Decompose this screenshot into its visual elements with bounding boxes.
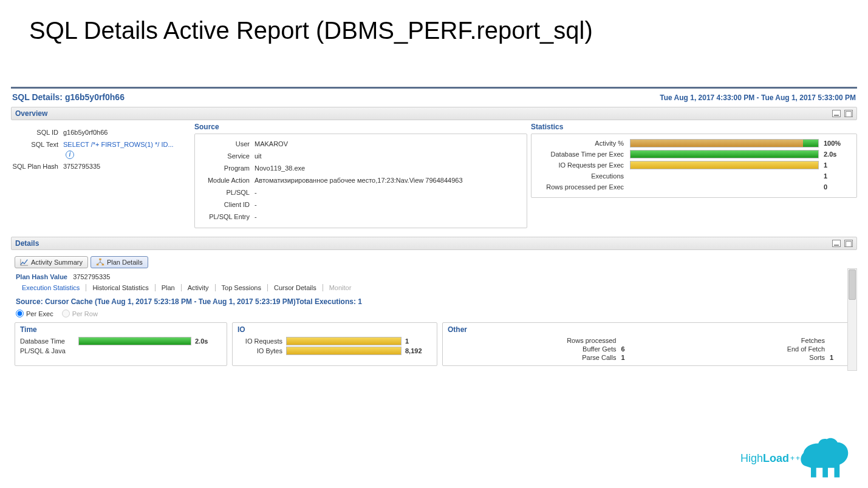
clientid-label: Client ID	[200, 200, 255, 209]
plan-hash-value-label: Plan Hash Value	[16, 273, 67, 280]
stat-rows: Rows processed per Exec 0	[536, 181, 848, 192]
radio-per-exec-label: Per Exec	[26, 310, 53, 317]
stat-dbtime: Database Time per Exec 2.0s	[536, 149, 848, 160]
plan-hash-label: SQL Plan Hash	[11, 161, 63, 171]
tree-icon	[96, 258, 104, 266]
sql-id-value: g16b5y0rf0h66	[63, 127, 186, 137]
minimize-icon[interactable]	[832, 110, 841, 117]
metric-io-bytes: IO Bytes 8,192	[238, 346, 432, 356]
details-section-bar: Details	[11, 237, 857, 250]
other-sorts-val: 1	[830, 354, 848, 361]
stat-io-label: IO Requests per Exec	[536, 161, 630, 169]
stats-panel: Activity % 100% Database Time per Exec 2…	[531, 134, 857, 198]
other-fetches-val	[830, 337, 848, 344]
program-link[interactable]: Novo119_38.exe	[255, 163, 522, 173]
subtab-plan[interactable]: Plan	[155, 284, 182, 291]
chart-line-icon	[20, 258, 29, 266]
stat-activity-label: Activity %	[536, 140, 630, 147]
radio-per-row-label: Per Row	[72, 310, 98, 317]
metric-io-req-val: 1	[405, 337, 432, 345]
svg-rect-2	[99, 259, 101, 260]
stat-exec-val: 1	[824, 172, 848, 180]
metric-io-req-bar	[286, 337, 402, 345]
metric-io-bytes-val: 8,192	[405, 347, 432, 354]
tab-plan-details[interactable]: Plan Details	[91, 256, 148, 268]
scrollbar-vertical[interactable]	[847, 268, 857, 371]
radio-per-exec[interactable]: Per Exec	[16, 310, 53, 317]
tab-plan-details-label: Plan Details	[107, 259, 143, 266]
subtab-cursor-details[interactable]: Cursor Details	[268, 284, 323, 291]
report-title: SQL Details: g16b5y0rf0h66	[12, 92, 125, 102]
module-label: Module Action	[200, 175, 255, 185]
sql-id-label: SQL ID	[11, 127, 63, 137]
plsql-entry-label: PL/SQL Entry	[200, 212, 255, 222]
overview-title: Overview	[15, 109, 47, 118]
details-title: Details	[15, 239, 39, 248]
other-rows-label: Rows processed	[448, 337, 621, 344]
metrics-time-title: Time	[20, 325, 222, 334]
metric-dbtime-bar	[78, 337, 191, 345]
module-link[interactable]: Автоматизирированное рабочее место,17:23…	[255, 175, 522, 185]
metric-plsql-java: PL/SQL & Java	[20, 346, 222, 356]
app-container: SQL Details: g16b5y0rf0h66 Tue Aug 1, 20…	[11, 87, 857, 371]
sql-text-row: SQL Text SELECT /*+ FIRST_ROWS(1) */ ID.…	[11, 138, 186, 160]
service-label: Service	[200, 151, 255, 161]
radio-per-row: Per Row	[62, 310, 98, 317]
source-panel: UserMAKAROV Serviceuit ProgramNovo119_38…	[194, 134, 527, 228]
maximize-icon[interactable]	[844, 240, 853, 247]
overview-stats-col: Statistics Activity % 100% Database Time…	[531, 123, 857, 228]
clientid-value: -	[255, 200, 522, 209]
report-title-prefix: SQL Details:	[12, 92, 65, 102]
other-buffer-val: 6	[621, 345, 640, 353]
scrollbar-thumb[interactable]	[849, 269, 856, 300]
other-eof-val	[830, 345, 848, 353]
user-link[interactable]: MAKAROV	[255, 139, 522, 149]
report-header: SQL Details: g16b5y0rf0h66 Tue Aug 1, 20…	[11, 89, 857, 104]
maximize-icon[interactable]	[844, 110, 853, 117]
sql-text-label: SQL Text	[11, 140, 63, 159]
details-body: Activity Summary Plan Details Plan Hash …	[11, 250, 857, 371]
io-bar	[630, 161, 819, 169]
subtab-exec-stats[interactable]: Execution Statistics	[16, 284, 86, 291]
metrics-other-title: Other	[448, 325, 848, 334]
stats-panel-title: Statistics	[531, 123, 857, 131]
stat-rows-label: Rows processed per Exec	[536, 183, 630, 191]
metric-io-bytes-label: IO Bytes	[238, 347, 286, 354]
overview-body: SQL ID g16b5y0rf0h66 SQL Text SELECT /*+…	[11, 120, 857, 234]
slide-title: SQL Details Active Report (DBMS_PERF.rep…	[0, 0, 868, 50]
minimize-icon[interactable]	[832, 240, 841, 247]
metrics-other: Other Rows processed Buffer Gets6 Parse …	[442, 322, 853, 366]
subtab-historical[interactable]: Historical Statistics	[86, 284, 155, 291]
stat-rows-val: 0	[824, 183, 848, 191]
metric-io-req-label: IO Requests	[238, 337, 286, 345]
tab-activity-summary[interactable]: Activity Summary	[15, 256, 88, 268]
overview-section-bar: Overview	[11, 107, 857, 120]
plan-hash-link[interactable]: 3752795335	[63, 161, 186, 171]
plan-hash-line: Plan Hash Value 3752795335	[11, 273, 857, 284]
service-link[interactable]: uit	[255, 151, 522, 161]
sql-text-link[interactable]: SELECT /*+ FIRST_ROWS(1) */ ID...	[63, 141, 174, 148]
radio-per-exec-input[interactable]	[16, 310, 24, 317]
stat-io: IO Requests per Exec 1	[536, 160, 848, 171]
sub-tabs: Execution Statistics Historical Statisti…	[11, 284, 857, 295]
report-time-range: Tue Aug 1, 2017 4:33:00 PM - Tue Aug 1, …	[660, 93, 856, 102]
plsql-value: -	[255, 188, 522, 197]
svg-rect-3	[97, 264, 99, 266]
plsql-entry-value: -	[255, 212, 522, 222]
subtab-activity[interactable]: Activity	[182, 284, 216, 291]
info-icon[interactable]: i	[66, 151, 74, 159]
plsql-label: PL/SQL	[200, 188, 255, 197]
overview-source-col: Source UserMAKAROV Serviceuit ProgramNov…	[194, 123, 527, 228]
other-rows-val	[621, 337, 640, 344]
subtab-top-sessions[interactable]: Top Sessions	[216, 284, 268, 291]
stat-activity-val: 100%	[824, 140, 848, 147]
metric-dbtime-label: Database Time	[20, 337, 78, 345]
metrics-io: IO IO Requests 1 IO Bytes 8,192	[232, 322, 437, 366]
subtab-monitor: Monitor	[323, 284, 358, 291]
metrics-time: Time Database Time 2.0s PL/SQL & Java	[15, 322, 227, 366]
program-label: Program	[200, 163, 255, 173]
other-parse-val: 1	[621, 354, 640, 361]
other-sorts-label: Sorts	[657, 354, 830, 361]
other-parse-label: Parse Calls	[448, 354, 621, 361]
metric-io-bytes-bar	[286, 347, 402, 355]
